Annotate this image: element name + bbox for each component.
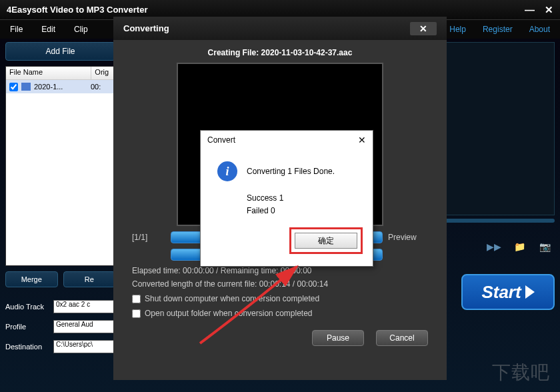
video-icon xyxy=(21,83,31,91)
file-row[interactable]: 2020-1... 00: xyxy=(6,80,115,93)
col-orig[interactable]: Orig xyxy=(91,67,115,79)
col-filename[interactable]: File Name xyxy=(6,67,91,79)
creating-file-text: Creating File: 2020-11-03-10-42-37.aac xyxy=(132,48,428,57)
pause-button[interactable]: Pause xyxy=(312,330,364,346)
audio-track-select[interactable]: 0x2 aac 2 c xyxy=(53,300,115,313)
minimize-button[interactable]: — xyxy=(525,4,535,16)
destination-input[interactable]: C:\Users\pc\ xyxy=(53,340,115,353)
open-icon[interactable]: 📁 xyxy=(509,241,529,252)
file-name-text: 2020-1... xyxy=(34,83,91,91)
start-button[interactable]: Start xyxy=(461,274,555,310)
profile-label: Profile xyxy=(5,323,53,331)
left-panel: Add File File Name Orig 2020-1... 00: Me… xyxy=(5,42,115,389)
menu-help[interactable]: Help xyxy=(449,25,466,34)
progress-count: [1/1] xyxy=(132,233,165,242)
add-file-button[interactable]: Add File xyxy=(5,42,115,61)
msgbox-close-icon[interactable]: ✕ xyxy=(358,135,366,145)
preview-label[interactable]: Preview xyxy=(388,233,428,242)
window-buttons: — ✕ xyxy=(525,4,553,16)
ok-highlight: 确定 xyxy=(289,227,363,254)
openfolder-label: Open output folder when conversion compl… xyxy=(145,309,313,318)
shutdown-label: Shut down computer when conversion compl… xyxy=(145,294,319,303)
openfolder-checkbox[interactable] xyxy=(132,309,141,318)
dialog-close-button[interactable]: ✕ xyxy=(410,22,437,35)
menu-edit[interactable]: Edit xyxy=(41,25,55,34)
done-text: Converting 1 Files Done. xyxy=(247,167,335,176)
converted-length-text: Converted length of the current file: 00… xyxy=(132,279,428,289)
convert-messagebox: Convert ✕ i Converting 1 Files Done. Suc… xyxy=(200,130,373,267)
destination-label: Destination xyxy=(5,343,53,351)
snapshot-icon[interactable]: 📷 xyxy=(535,241,555,252)
menu-file[interactable]: File xyxy=(10,25,23,34)
next-icon[interactable]: ▶▶ xyxy=(484,241,504,252)
info-icon: i xyxy=(217,161,237,181)
cancel-button[interactable]: Cancel xyxy=(376,330,428,346)
menu-about[interactable]: About xyxy=(529,25,550,34)
file-checkbox[interactable] xyxy=(9,83,18,91)
success-text: Success 1 xyxy=(247,193,356,203)
menu-clip[interactable]: Clip xyxy=(74,25,88,34)
close-button[interactable]: ✕ xyxy=(545,4,553,16)
shutdown-checkbox[interactable] xyxy=(132,295,141,303)
profile-select[interactable]: General Aud xyxy=(53,320,115,333)
arrow-icon xyxy=(525,285,535,299)
merge-button[interactable]: Merge xyxy=(5,271,58,287)
msgbox-title-text: Convert xyxy=(207,135,235,145)
dialog-title-text: Converting xyxy=(123,23,169,33)
remove-button[interactable]: Re xyxy=(63,271,116,287)
menu-register[interactable]: Register xyxy=(483,25,513,34)
failed-text: Failed 0 xyxy=(247,206,356,215)
elapsed-time-text: Elapsed time: 00:00:00 / Remaining time:… xyxy=(132,266,428,275)
file-list: File Name Orig 2020-1... 00: xyxy=(5,66,115,266)
ok-button[interactable]: 确定 xyxy=(295,233,357,249)
settings-panel: Audio Track 0x2 aac 2 c Profile General … xyxy=(5,299,115,359)
app-title: 4Easysoft Video to MP3 Converter xyxy=(7,5,525,15)
file-duration: 00: xyxy=(91,83,101,91)
audio-track-label: Audio Track xyxy=(5,303,53,311)
